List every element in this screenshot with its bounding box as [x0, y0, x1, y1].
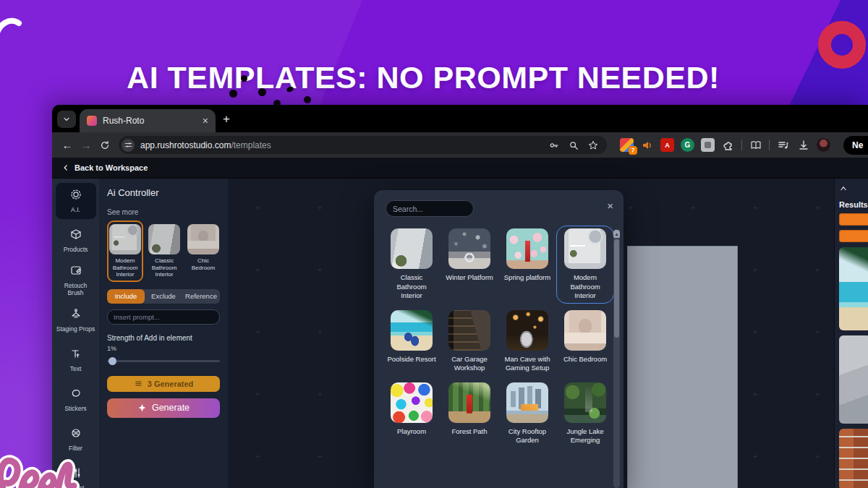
toolbar-separator — [769, 140, 770, 150]
extension-colorful-icon[interactable]: 7 — [620, 138, 634, 152]
panel-template-card[interactable]: Modern Bathroom Interior — [107, 221, 143, 282]
mode-segmented-control: Include Exclude Reference — [107, 289, 220, 304]
bookmark-star-icon[interactable] — [587, 139, 600, 152]
new-tab-button[interactable]: + — [217, 111, 236, 128]
template-thumbnail — [391, 382, 433, 423]
stack-icon — [134, 379, 143, 388]
toolbar-separator — [741, 140, 742, 150]
result-thumbnail[interactable] — [839, 335, 868, 424]
slider-thumb[interactable] — [109, 357, 116, 365]
panel-template-card[interactable]: Classic Bathroom Interior — [146, 221, 182, 282]
white-swoosh-decoration — [0, 12, 30, 42]
strength-slider[interactable] — [107, 357, 220, 365]
tab-title: Rush-Roto — [103, 116, 203, 126]
extensions-puzzle-icon[interactable] — [721, 138, 735, 152]
url-bar[interactable]: app.rushrotostudio.com/templates — [119, 136, 607, 154]
template-card[interactable]: Man Cave with Gaming Setup — [501, 310, 553, 373]
template-thumbnail — [148, 224, 180, 254]
download-icon[interactable] — [796, 138, 810, 152]
template-thumbnail — [109, 224, 141, 254]
sidebar-item-retouch-brush[interactable]: Retouch Brush — [56, 262, 96, 299]
profile-avatar[interactable] — [817, 138, 830, 152]
generated-count-button[interactable]: 3 Generated — [107, 376, 220, 392]
tab-reference[interactable]: Reference — [182, 289, 220, 304]
result-thumbnail[interactable] — [839, 429, 868, 488]
generate-button[interactable]: Generate — [107, 398, 220, 418]
result-action-button[interactable] — [839, 230, 868, 242]
see-more-link[interactable]: See more — [107, 208, 220, 216]
retouch-icon — [70, 265, 82, 279]
template-card[interactable]: Modern Bathroom Interior — [559, 228, 611, 301]
grammarly-icon[interactable]: G — [681, 138, 694, 152]
tab-favicon — [87, 116, 97, 126]
template-thumbnail — [564, 310, 606, 351]
template-thumbnail — [187, 224, 219, 254]
browser-window: Rush-Roto × + ← → app.rushrotostudio.com… — [52, 105, 868, 488]
templates-modal: × Classic Bathroom InteriorWinter Platfo… — [374, 190, 624, 488]
template-name: Poolside Resort — [386, 355, 438, 364]
template-name: Chic Bedroom — [559, 355, 611, 364]
template-card[interactable]: Winter Platform — [443, 228, 495, 301]
tab-include[interactable]: Include — [107, 289, 145, 304]
sidebar-item-stickers[interactable]: Stickers — [56, 382, 96, 418]
result-action-button[interactable] — [839, 213, 868, 226]
back-to-workspace-bar[interactable]: Back to Workspace — [52, 158, 868, 179]
reading-list-icon[interactable] — [749, 138, 762, 152]
playlist-icon[interactable] — [776, 138, 790, 152]
template-card[interactable]: Poolside Resort — [386, 310, 438, 373]
panel-template-card[interactable]: Chic Bedroom — [185, 221, 221, 275]
back-to-workspace-label: Back to Workspace — [75, 163, 148, 172]
staging-icon — [70, 308, 82, 322]
template-name: Modern Bathroom Interior — [109, 257, 141, 278]
template-card[interactable]: Spring platform — [501, 228, 553, 301]
sidebar-item-products[interactable]: Products — [56, 223, 96, 259]
template-name: Classic Bathroom Interior — [386, 273, 438, 301]
sidebar-item-staging-props[interactable]: Staging Props — [56, 302, 96, 338]
template-card[interactable]: City Rooftop Garden — [501, 382, 553, 445]
scroll-up-icon[interactable]: ▲ — [613, 230, 620, 238]
volume-icon[interactable] — [640, 138, 654, 152]
tab-close-icon[interactable]: × — [203, 116, 208, 126]
browser-tab[interactable]: Rush-Roto × — [80, 109, 216, 132]
forward-icon[interactable]: → — [77, 136, 95, 155]
template-thumbnail — [506, 228, 548, 269]
sidebar-item-a-i-[interactable]: A.I. — [56, 183, 96, 219]
template-card[interactable]: Forest Path — [443, 382, 495, 445]
panel-template-row: Modern Bathroom InteriorClassic Bathroom… — [107, 221, 220, 282]
modal-scrollbar[interactable]: ▲ — [613, 229, 620, 488]
canvas-image-placeholder[interactable] — [627, 246, 738, 488]
sidebar-item-label: Stickers — [64, 405, 86, 412]
zoom-icon[interactable] — [567, 139, 580, 152]
capture-icon[interactable] — [701, 138, 715, 152]
close-icon[interactable]: × — [607, 200, 613, 211]
password-key-icon[interactable] — [548, 139, 561, 152]
template-thumbnail — [448, 382, 490, 423]
panel-title: Ai Controller — [107, 187, 220, 198]
template-name: City Rooftop Garden — [501, 427, 553, 445]
template-card[interactable]: Playroom — [386, 382, 438, 445]
template-thumbnail — [506, 382, 548, 423]
template-card[interactable]: Jungle Lake Emerging — [559, 382, 611, 445]
template-thumbnail — [391, 228, 433, 269]
tab-search-button[interactable] — [57, 111, 76, 128]
scrollbar-thumb[interactable] — [614, 239, 619, 338]
template-name: Forest Path — [443, 427, 495, 437]
sidebar-item-text[interactable]: Text — [56, 342, 96, 378]
template-card[interactable]: Classic Bathroom Interior — [386, 228, 438, 301]
prompt-input[interactable] — [107, 309, 220, 325]
reload-icon[interactable] — [95, 136, 114, 155]
template-card[interactable]: Chic Bedroom — [559, 310, 611, 373]
tab-exclude[interactable]: Exclude — [145, 289, 182, 304]
chevron-up-icon[interactable] — [839, 184, 848, 193]
template-name: Winter Platform — [443, 273, 495, 283]
site-info-icon[interactable] — [122, 139, 135, 152]
url-path: /templates — [231, 140, 271, 150]
result-thumbnail[interactable] — [839, 247, 868, 330]
sidebar-item-label: Text — [70, 365, 82, 372]
search-input[interactable] — [386, 200, 474, 217]
back-icon[interactable]: ← — [58, 136, 77, 155]
extension-badge: 7 — [629, 146, 637, 155]
profile-pill-button[interactable]: Ne — [843, 136, 868, 155]
template-card[interactable]: Car Garage Workshop — [443, 310, 495, 373]
pdf-icon[interactable]: A — [660, 138, 674, 152]
